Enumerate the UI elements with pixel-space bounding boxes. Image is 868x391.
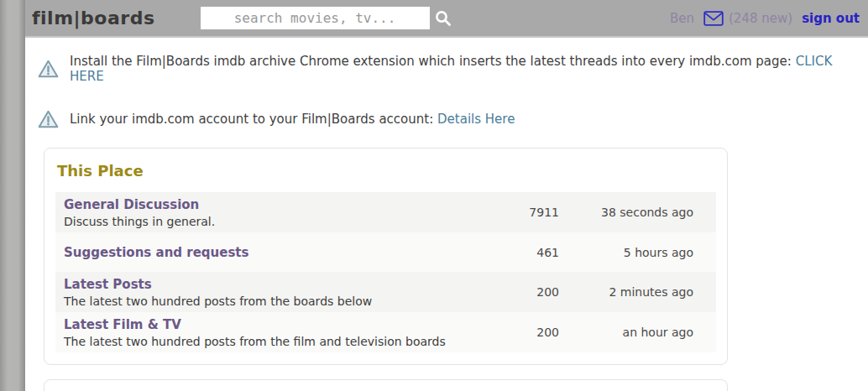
- new-messages-count: (248 new): [729, 11, 792, 26]
- board-info: Suggestions and requests: [64, 244, 484, 260]
- header-user-area: Ben (248 new) sign out: [670, 11, 860, 26]
- board-info: Latest Posts The latest two hundred post…: [64, 276, 484, 308]
- notice-text: Link your imdb.com account to your Film|…: [70, 112, 515, 127]
- board-last-post-time: 38 seconds ago: [559, 206, 693, 219]
- sign-out-link[interactable]: sign out: [802, 11, 860, 26]
- board-info: Latest Film & TV The latest two hundred …: [64, 316, 484, 348]
- board-post-count: 7911: [484, 206, 559, 219]
- top-header-bar: film|boards Ben: [25, 0, 868, 38]
- search-bar: [201, 7, 452, 29]
- board-row-general-discussion[interactable]: General Discussion Discuss things in gen…: [55, 192, 716, 232]
- board-link[interactable]: General Discussion: [64, 197, 199, 212]
- username-link[interactable]: Ben: [670, 11, 694, 26]
- section-trivia: Trivia! Trivia!: [44, 379, 728, 391]
- envelope-icon: [703, 11, 724, 26]
- search-button[interactable]: [434, 9, 452, 28]
- window-left-edge: [0, 0, 25, 391]
- board-info: General Discussion Discuss things in gen…: [64, 196, 484, 228]
- board-description: Discuss things in general.: [64, 215, 484, 228]
- site-logo[interactable]: film|boards: [32, 8, 155, 29]
- notice-chrome-extension: Install the Film|Boards imdb archive Chr…: [38, 54, 868, 84]
- search-input[interactable]: [201, 7, 430, 29]
- board-link[interactable]: Latest Film & TV: [64, 317, 181, 332]
- board-row-latest-film-tv[interactable]: Latest Film & TV The latest two hundred …: [55, 312, 716, 352]
- board-link[interactable]: Suggestions and requests: [64, 245, 248, 260]
- details-here-link[interactable]: Details Here: [437, 112, 515, 127]
- notice-body-text: Install the Film|Boards imdb archive Chr…: [70, 54, 792, 69]
- notice-body-text: Link your imdb.com account to your Film|…: [70, 112, 433, 127]
- board-row-latest-posts[interactable]: Latest Posts The latest two hundred post…: [55, 272, 716, 312]
- board-post-count: 200: [484, 326, 559, 339]
- page: film|boards Ben: [25, 0, 868, 391]
- warning-icon: [38, 110, 59, 128]
- board-list: General Discussion Discuss things in gen…: [55, 192, 716, 352]
- search-icon: [434, 9, 452, 28]
- board-post-count: 461: [484, 246, 559, 259]
- notice-text: Install the Film|Boards imdb archive Chr…: [70, 54, 868, 84]
- board-last-post-time: 5 hours ago: [559, 246, 693, 259]
- section-title: This Place: [57, 162, 716, 180]
- board-description: The latest two hundred posts from the fi…: [64, 335, 484, 348]
- board-description: The latest two hundred posts from the bo…: [64, 295, 484, 308]
- board-last-post-time: 2 minutes ago: [559, 285, 693, 299]
- warning-icon: [38, 60, 59, 78]
- notice-link-account: Link your imdb.com account to your Film|…: [38, 110, 868, 128]
- board-post-count: 200: [484, 285, 559, 299]
- board-row-suggestions[interactable]: Suggestions and requests 461 5 hours ago: [55, 232, 716, 272]
- messages-link[interactable]: (248 new): [703, 11, 792, 26]
- board-last-post-time: an hour ago: [559, 326, 693, 339]
- section-this-place: This Place General Discussion Discuss th…: [44, 148, 728, 365]
- board-link[interactable]: Latest Posts: [64, 277, 152, 292]
